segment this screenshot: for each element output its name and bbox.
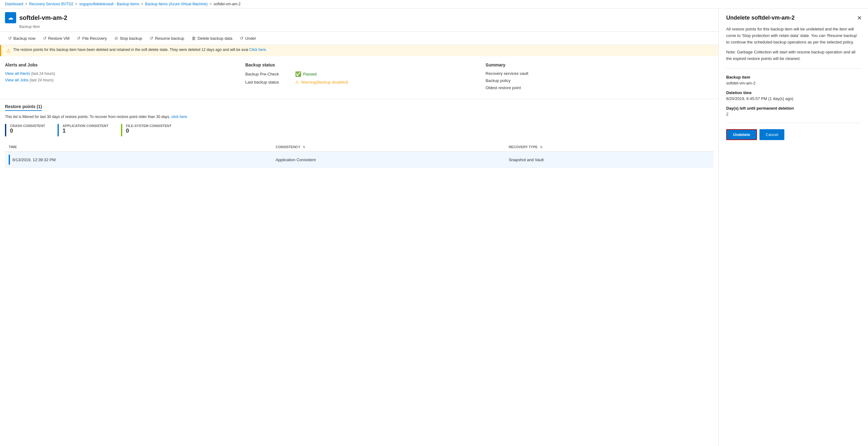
file-consistent-item: FILE-SYSTEM CONSISTENT 0 — [121, 124, 172, 136]
backup-policy-link[interactable]: Backup policy — [486, 78, 713, 83]
resume-backup-icon: ↺ — [150, 36, 153, 41]
deletion-time-field: Deletion time 8/20/2019, 6:45:57 PM (1 d… — [726, 91, 861, 101]
content-sections: Alerts and Jobs View all Alerts (last 24… — [0, 56, 718, 99]
consistency-bars: CRASH CONSISTENT 0 APPLICATION CONSISTEN… — [5, 124, 713, 136]
app-consistent-item: APPLICATION CONSISTENT 1 — [58, 124, 108, 136]
filter-link[interactable]: click here. — [172, 114, 188, 119]
row-recovery-type: Snapshot and Vault — [505, 151, 713, 168]
restore-vm-icon: ↺ — [43, 36, 46, 41]
crash-consistent-label: CRASH CONSISTENT — [10, 124, 45, 128]
backup-status-title: Backup status — [245, 62, 473, 67]
backup-item-field: Backup item softdel-vm-am-2 — [726, 75, 861, 85]
app-consistent-bar — [58, 124, 59, 136]
warning-message: The restore points for this backup item … — [13, 47, 248, 52]
restore-vm-button[interactable]: ↺ Restore VM — [40, 34, 73, 42]
delete-backup-data-button[interactable]: 🗑 Delete backup data — [188, 34, 236, 42]
backup-pre-check-row: Backup Pre-Check ✅ Passed — [245, 71, 473, 77]
alerts-title: Alerts and Jobs — [5, 62, 233, 67]
check-icon: ✅ — [295, 71, 301, 77]
last-backup-status-row: Last backup status ⚠ Warning(Backup disa… — [245, 79, 473, 84]
breadcrumb-current: softdel-vm-am-2 — [214, 2, 241, 6]
oldest-restore-point-link[interactable]: Oldest restore point — [486, 85, 713, 90]
left-panel: ☁ softdel-vm-am-2 Backup Item ↺ Backup n… — [0, 8, 719, 446]
days-left-value: 2 — [726, 112, 861, 116]
view-all-jobs-link[interactable]: View all Jobs (last 24 hours) — [5, 78, 233, 82]
crash-consistent-bar — [5, 124, 6, 136]
backup-now-icon: ↺ — [8, 36, 12, 41]
consistency-sort-icon: ⇅ — [303, 145, 305, 149]
row-indicator — [9, 155, 10, 165]
backup-item-label: Backup item — [726, 75, 861, 79]
restore-points-title: Restore points (1) — [5, 104, 42, 111]
days-left-label: Day(s) left until permanent deletion — [726, 106, 861, 110]
warning-link[interactable]: Click here. — [249, 47, 267, 52]
resume-backup-button[interactable]: ↺ Resume backup — [147, 34, 187, 42]
crash-consistent-count: 0 — [10, 128, 45, 134]
panel-description-2: Note: Garbage Collection will start with… — [726, 49, 861, 62]
panel-actions: Undelete Cancel — [726, 129, 861, 140]
warning-triangle-icon: ⚠ — [295, 79, 299, 84]
row-consistency: Application Consistent — [272, 151, 505, 168]
warning-banner: ⚠ The restore points for this backup ite… — [0, 45, 718, 56]
warning-icon: ⚠ — [6, 48, 10, 54]
cancel-button[interactable]: Cancel — [760, 129, 784, 140]
right-panel: Undelete softdel-vm-am-2 ✕ All restore p… — [719, 8, 868, 446]
col-time: TIME — [5, 143, 272, 151]
row-time: 8/13/2019, 12:39:32 PM — [5, 151, 272, 168]
backup-pre-check-status: Passed — [303, 72, 317, 76]
table-row[interactable]: 8/13/2019, 12:39:32 PM Application Consi… — [5, 151, 713, 168]
file-recovery-icon: ↺ — [77, 36, 81, 41]
delete-icon: 🗑 — [192, 36, 196, 41]
breadcrumb-dashboard[interactable]: Dashboard — [5, 2, 23, 6]
undelete-toolbar-icon: ↺ — [240, 36, 244, 41]
undelete-button[interactable]: Undelete — [726, 129, 757, 140]
filter-text: This list is filtered for last 30 days o… — [5, 114, 713, 119]
file-consistent-label: FILE-SYSTEM CONSISTENT — [126, 124, 172, 128]
deletion-time-value: 8/20/2019, 6:45:57 PM (1 day(s) ago) — [726, 96, 861, 101]
app-consistent-count: 1 — [63, 128, 108, 134]
backup-item-value: softdel-vm-am-2 — [726, 81, 861, 85]
backup-now-button[interactable]: ↺ Backup now — [5, 34, 38, 42]
vm-icon: ☁ — [5, 12, 16, 23]
panel-description-1: All restore points for this backup item … — [726, 26, 861, 45]
breadcrumb: Dashboard > Recovery Services BVTD2 > so… — [0, 0, 868, 8]
file-consistent-bar — [121, 124, 122, 136]
breadcrumb-recovery-services[interactable]: Recovery Services BVTD2 — [29, 2, 73, 6]
undelete-toolbar-button[interactable]: ↺ Undel — [237, 34, 259, 42]
page-title: softdel-vm-am-2 — [19, 14, 67, 22]
recovery-services-vault-link[interactable]: Recovery services vault — [486, 71, 713, 76]
last-backup-status: Warning(Backup disabled) — [301, 80, 348, 84]
last-backup-value: ⚠ Warning(Backup disabled) — [295, 79, 348, 84]
file-recovery-button[interactable]: ↺ File Recovery — [74, 34, 110, 42]
recovery-type-sort-icon: ⇅ — [540, 145, 542, 149]
alerts-section: Alerts and Jobs View all Alerts (last 24… — [5, 62, 233, 93]
days-left-field: Day(s) left until permanent deletion 2 — [726, 106, 861, 116]
view-all-alerts-link[interactable]: View all Alerts (last 24 hours) — [5, 71, 233, 76]
stop-backup-button[interactable]: ⊘ Stop backup — [111, 34, 145, 42]
stop-backup-icon: ⊘ — [115, 36, 118, 41]
page-header: ☁ softdel-vm-am-2 Backup Item — [0, 8, 718, 32]
summary-section: Summary Recovery services vault Backup p… — [486, 62, 713, 93]
panel-close-button[interactable]: ✕ — [856, 13, 863, 23]
restore-section: Restore points (1) This list is filtered… — [0, 99, 718, 173]
backup-pre-check-label: Backup Pre-Check — [245, 72, 295, 76]
panel-title: Undelete softdel-vm-am-2 — [726, 14, 861, 21]
col-recovery-type[interactable]: RECOVERY TYPE ⇅ — [505, 143, 713, 151]
backup-status-section: Backup status Backup Pre-Check ✅ Passed … — [245, 62, 473, 93]
summary-title: Summary — [486, 62, 713, 67]
file-consistent-count: 0 — [126, 128, 172, 134]
backup-pre-check-value: ✅ Passed — [295, 71, 317, 77]
crash-consistent-item: CRASH CONSISTENT 0 — [5, 124, 45, 136]
deletion-time-label: Deletion time — [726, 91, 861, 95]
panel-divider — [726, 68, 861, 69]
breadcrumb-vault[interactable]: sogupsoftdeletevault - Backup items — [79, 2, 139, 6]
page-subtitle: Backup Item — [19, 25, 713, 29]
toolbar: ↺ Backup now ↺ Restore VM ↺ File Recover… — [0, 32, 718, 45]
restore-table: TIME CONSISTENCY ⇅ RECOVERY TYPE ⇅ — [5, 143, 713, 168]
col-consistency[interactable]: CONSISTENCY ⇅ — [272, 143, 505, 151]
last-backup-label: Last backup status — [245, 80, 295, 84]
app-consistent-label: APPLICATION CONSISTENT — [63, 124, 108, 128]
breadcrumb-backup-items[interactable]: Backup Items (Azure Virtual Machine) — [145, 2, 208, 6]
panel-divider-2 — [726, 123, 861, 123]
